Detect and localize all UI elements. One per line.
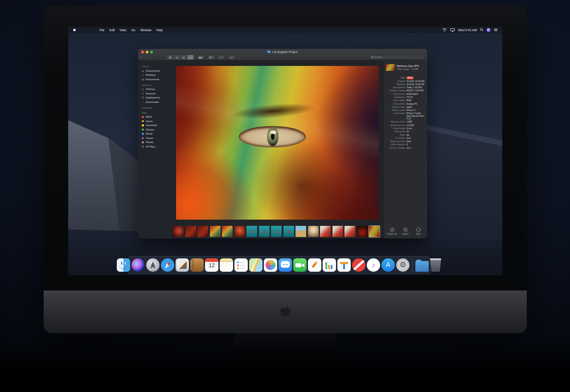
tag-badge[interactable]: Work bbox=[406, 77, 414, 79]
sidebar-item-travel[interactable]: Travel bbox=[141, 136, 169, 140]
dock-finder-icon[interactable] bbox=[117, 258, 130, 272]
metadata-value: f/1.8 bbox=[406, 137, 425, 140]
share-button[interactable]: ↑ bbox=[217, 55, 225, 60]
dock-contacts-icon[interactable] bbox=[190, 258, 204, 272]
menu-bar-clock[interactable]: Wed 9:41 AM bbox=[458, 29, 477, 32]
menu-bar-status: Wed 9:41 AM bbox=[442, 28, 498, 32]
thumbnail-photo-12[interactable] bbox=[308, 226, 319, 237]
metadata-label: Resolution bbox=[386, 96, 405, 99]
sidebar-item-music[interactable]: Music bbox=[141, 132, 169, 136]
dock-messages-icon[interactable] bbox=[279, 258, 292, 272]
metadata-value: 8/23/17, 4:03 PM bbox=[406, 90, 425, 92]
icon-view-button[interactable]: ⊞ bbox=[167, 55, 174, 60]
tag-color-icon bbox=[142, 120, 144, 122]
sidebar-item-downloads[interactable]: ↓Downloads bbox=[141, 100, 169, 104]
action-button[interactable]: ⚙▾ bbox=[207, 55, 215, 60]
notification-center-icon[interactable] bbox=[494, 28, 498, 32]
sidebar-item-airdrop[interactable]: ◎AirDrop bbox=[141, 87, 169, 92]
thumbnail-photo-8[interactable] bbox=[259, 226, 270, 237]
menu-file[interactable]: File bbox=[99, 29, 104, 32]
list-view-button[interactable]: ≡ bbox=[174, 55, 180, 60]
back-button[interactable]: ‹ bbox=[140, 55, 142, 60]
dock-pages-icon[interactable] bbox=[308, 258, 321, 272]
dock-downloads-icon[interactable]: ↓ bbox=[415, 261, 429, 272]
menu-view[interactable]: View bbox=[119, 29, 126, 32]
thumbnail-photo-15[interactable] bbox=[344, 226, 355, 237]
sidebar-item-important[interactable]: Important bbox=[141, 123, 169, 128]
dock-mail-icon[interactable] bbox=[176, 258, 189, 272]
dock-trash-icon[interactable] bbox=[430, 258, 441, 272]
thumbnail-photo-5[interactable] bbox=[222, 226, 233, 237]
sidebar-item-label: AirDrop bbox=[146, 88, 155, 90]
markup-button[interactable]: ✎Markup bbox=[399, 228, 412, 235]
metadata-row-f-number: F numberf/1.8 bbox=[386, 137, 425, 140]
thumbnail-photo-16[interactable] bbox=[357, 226, 368, 237]
sidebar-item-recents[interactable]: ⊙Recents bbox=[141, 91, 169, 96]
forward-button[interactable]: › bbox=[144, 55, 146, 60]
dock-notes-icon[interactable] bbox=[220, 258, 233, 272]
dock-siri-icon[interactable] bbox=[131, 258, 145, 272]
spotlight-search-icon[interactable] bbox=[480, 28, 484, 32]
sidebar-item-desktop[interactable]: ▭Desktop bbox=[141, 73, 169, 78]
column-view-button[interactable]: ||| bbox=[180, 55, 187, 60]
sidebar-item-documents[interactable]: ▤Documents bbox=[141, 77, 169, 82]
sidebar-item-school[interactable]: School bbox=[141, 127, 169, 132]
sidebar-item-home[interactable]: Home bbox=[141, 119, 169, 123]
dock-numbers-icon[interactable] bbox=[323, 258, 336, 272]
search-field[interactable] bbox=[369, 55, 424, 60]
search-input[interactable] bbox=[374, 56, 422, 58]
tags-button[interactable]: ▱ bbox=[228, 55, 235, 60]
chevron-down-icon: ▾ bbox=[201, 56, 202, 58]
metadata-value: 11.0 bbox=[406, 147, 425, 150]
action-label: Markup bbox=[399, 233, 412, 235]
dock-maps-icon[interactable] bbox=[249, 258, 262, 272]
thumbnail-photo-4[interactable] bbox=[210, 226, 221, 237]
dock-news-icon[interactable] bbox=[352, 258, 365, 272]
thumbnail-photo-1[interactable] bbox=[173, 226, 184, 237]
apple-menu-icon[interactable] bbox=[73, 28, 76, 32]
thumbnail-photo-6[interactable] bbox=[234, 226, 245, 237]
dock-itunes-icon[interactable]: ♪ bbox=[367, 258, 380, 272]
thumbnail-photo-13[interactable] bbox=[320, 226, 331, 237]
thumbnail-photo-9[interactable] bbox=[271, 226, 282, 237]
dock-launchpad-icon[interactable] bbox=[146, 258, 160, 272]
sidebar-item-work[interactable]: Work bbox=[141, 115, 169, 119]
sidebar-item-all-tags[interactable]: All Tags... bbox=[141, 144, 169, 149]
dock-safari-icon[interactable] bbox=[161, 258, 174, 272]
dock-calendar-icon[interactable]: 12 bbox=[205, 258, 218, 272]
dock-reminders-icon[interactable] bbox=[234, 258, 248, 272]
dock-photos-icon[interactable] bbox=[264, 258, 277, 272]
menu-edit[interactable]: Edit bbox=[109, 29, 115, 32]
wifi-icon[interactable] bbox=[442, 28, 447, 32]
dock-facetime-icon[interactable] bbox=[293, 258, 307, 272]
tag-color-icon bbox=[142, 141, 144, 143]
gallery-view-button[interactable]: ▭ bbox=[187, 55, 194, 60]
thumbnail-photo-11[interactable] bbox=[295, 226, 306, 237]
photo-preview-rainbow-eye[interactable] bbox=[176, 66, 379, 220]
more-button[interactable]: ⋯More bbox=[412, 228, 425, 235]
thumbnail-photo-17-rainbow-eye[interactable] bbox=[369, 226, 380, 237]
menu-window[interactable]: Window bbox=[140, 29, 152, 32]
menu-go[interactable]: Go bbox=[131, 29, 135, 32]
siri-icon[interactable] bbox=[487, 28, 491, 32]
thumbnail-photo-7[interactable] bbox=[246, 226, 257, 237]
sidebar-item-family[interactable]: Family bbox=[141, 140, 169, 145]
recents-icon: ⊙ bbox=[141, 92, 144, 95]
dock-sysprefs-icon[interactable]: ⚙ bbox=[396, 258, 410, 272]
menu-finder[interactable]: Finder bbox=[81, 27, 94, 37]
tag-color-icon bbox=[142, 137, 144, 139]
tag-color-icon bbox=[142, 146, 144, 148]
rotate-left-button[interactable]: ↺Rotate Left bbox=[385, 228, 399, 235]
thumbnail-photo-3[interactable] bbox=[197, 226, 208, 237]
thumbnail-photo-14[interactable] bbox=[332, 226, 343, 237]
sidebar-item-icloud-drive[interactable]: ☁iCloud Drive bbox=[141, 69, 169, 73]
group-button[interactable]: ▦▾ bbox=[197, 55, 205, 60]
metadata-label: Device make bbox=[386, 106, 405, 109]
menu-help[interactable]: Help bbox=[156, 29, 163, 32]
thumbnail-photo-2[interactable] bbox=[185, 226, 196, 237]
dock-appstore-icon[interactable]: A bbox=[381, 258, 395, 272]
dock-keynote-icon[interactable] bbox=[337, 258, 351, 272]
thumbnail-photo-10[interactable] bbox=[283, 226, 294, 237]
display-icon[interactable] bbox=[450, 28, 455, 32]
sidebar-item-applications[interactable]: ⒶApplications bbox=[141, 96, 169, 100]
